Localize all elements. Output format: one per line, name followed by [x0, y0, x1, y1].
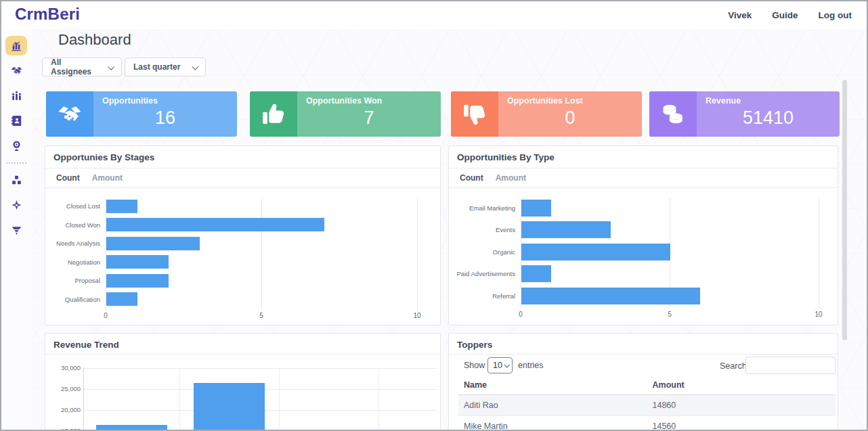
stat-card-label: Revenue — [706, 96, 741, 106]
revenue-bar — [194, 383, 265, 431]
chart-bar-icon — [9, 39, 23, 53]
handshake-icon — [10, 64, 23, 77]
chart-row: Closed Lost — [45, 197, 440, 216]
category-label: Email Marketing — [449, 197, 521, 219]
y-tick-label: 20,000 — [45, 406, 81, 413]
blocks-icon — [10, 174, 23, 187]
bar-email-marketing — [521, 200, 551, 217]
revenue-bar — [96, 425, 167, 431]
chart-row: Events — [449, 219, 838, 242]
cell-name: Aditi Rao — [458, 395, 647, 416]
thumbs-up-icon — [250, 91, 297, 137]
chart-row: Negotiation — [45, 253, 440, 272]
chart-row: Email Marketing — [449, 197, 838, 219]
divider — [449, 168, 838, 168]
category-label: Events — [449, 219, 521, 242]
topbar-nav: VivekGuideLog out — [728, 0, 852, 30]
panel-toppers: Toppers Show 10 entries Search: NameAmou… — [448, 333, 838, 431]
category-label: Closed Lost — [45, 197, 106, 216]
x-tick-label: 10 — [413, 312, 420, 319]
bar-events — [521, 221, 611, 238]
stat-card-value: 16 — [93, 108, 237, 129]
bar-closed-won — [106, 218, 324, 231]
revenue-trend-chart: 30,00025,00020,00015,000 — [45, 334, 440, 431]
category-label: Negotiation — [45, 253, 106, 272]
tab-count[interactable]: Count — [55, 172, 81, 184]
type-bar-chart: Email MarketingEventsOrganicPaid Adverti… — [449, 197, 838, 325]
nav-logout[interactable]: Log out — [819, 10, 852, 20]
sidebar-item-webcam[interactable] — [5, 136, 27, 156]
panel-title: Opportunities By Type — [457, 152, 555, 162]
bar-closed-lost — [106, 200, 137, 213]
gridline — [83, 368, 437, 369]
sidebar-divider — [6, 162, 26, 164]
stat-card-label: Opportunities — [102, 96, 158, 106]
table-row: Aditi Rao14860 — [458, 395, 836, 416]
chevron-down-icon — [192, 63, 198, 70]
period-filter-label: Last quarter — [133, 62, 180, 72]
sidebar-item-address-book[interactable] — [5, 111, 27, 131]
toppers-search-input[interactable] — [745, 357, 836, 374]
sidebar-item-chart-bar[interactable] — [5, 36, 27, 55]
panel-opportunities-by-stages: Opportunies By Stages Count Amount Close… — [45, 145, 441, 325]
x-tick-label: 0 — [104, 312, 108, 319]
sidebar-item-blocks[interactable] — [5, 171, 27, 190]
sidebar-item-funnel[interactable] — [5, 221, 27, 240]
panel-revenue-trend: Revenue Trend 30,00025,00020,00015,000 — [45, 333, 441, 431]
bar-qualification — [106, 292, 137, 306]
sidebar — [0, 30, 32, 431]
chevron-down-icon — [108, 63, 114, 70]
stages-bar-chart: Closed LostClosed WonNeeds AnalysisNegot… — [45, 197, 440, 325]
cell-amount: 14860 — [647, 395, 836, 416]
bar-referral — [521, 288, 700, 304]
tab-amount[interactable]: Amount — [91, 172, 124, 184]
stat-card-body: Opportunities16 — [93, 91, 237, 137]
gridline — [279, 368, 280, 431]
divider — [449, 187, 838, 188]
webcam-icon — [10, 139, 23, 152]
sidebar-item-shuriken-star[interactable] — [5, 196, 27, 215]
tab-count[interactable]: Count — [458, 172, 485, 184]
show-label: Show — [464, 361, 485, 370]
page-title: Dashboard — [58, 31, 131, 49]
period-filter-dropdown[interactable]: Last quarter — [125, 58, 206, 76]
column-header-amount[interactable]: Amount — [647, 377, 836, 395]
gridline — [179, 368, 180, 431]
toppers-controls: Show 10 entries Search: — [449, 357, 838, 376]
assignee-filter-dropdown[interactable]: All Assignees — [42, 58, 122, 76]
stat-card-value: 0 — [498, 108, 642, 129]
x-tick-label: 0 — [519, 311, 523, 318]
chart-row: Qualification — [45, 290, 440, 309]
bar-negotiation — [106, 255, 169, 269]
table-header-row: NameAmount — [458, 377, 836, 395]
shuriken-star-icon — [10, 199, 23, 212]
handshake-icon — [46, 91, 93, 137]
type-tabs: Count Amount — [458, 172, 527, 184]
category-label: Qualification — [45, 290, 106, 309]
entries-label: entries — [518, 361, 544, 370]
bar-paid-advertisements — [521, 265, 551, 282]
table-row: Mike Martin14560 — [458, 416, 836, 431]
stat-card-label: Opportunities Won — [306, 96, 382, 106]
thumbs-down-icon — [451, 91, 498, 137]
app-logo[interactable]: CrmBeri — [15, 5, 80, 24]
nav-user[interactable]: Vivek — [728, 10, 752, 20]
sidebar-item-handshake[interactable] — [5, 61, 27, 81]
stat-card-opportunities: Opportunities16 — [46, 91, 237, 137]
chart-row: Closed Won — [45, 216, 440, 235]
x-tick-label: 10 — [815, 311, 822, 318]
sidebar-item-people-bars[interactable] — [5, 86, 27, 106]
nav-guide[interactable]: Guide — [772, 10, 798, 20]
divider — [45, 187, 440, 188]
gridline — [83, 368, 84, 431]
people-bars-icon — [10, 89, 23, 102]
entries-select[interactable]: 10 — [487, 357, 513, 373]
column-header-name[interactable]: Name — [458, 377, 647, 395]
tab-amount[interactable]: Amount — [494, 172, 527, 184]
vertical-scrollbar-thumb[interactable] — [842, 80, 847, 340]
bar-proposal — [106, 274, 169, 288]
assignee-filter-label: All Assignees — [51, 58, 102, 76]
category-label: Paid Advertisements — [449, 263, 521, 286]
cell-name: Mike Martin — [458, 416, 647, 431]
app-root: CrmBeri VivekGuideLog out Dashboard All … — [0, 0, 868, 431]
